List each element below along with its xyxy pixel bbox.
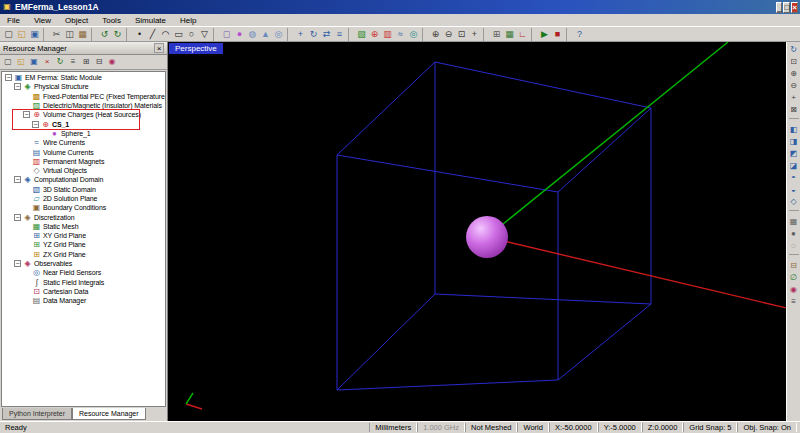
tree-item-data-manager[interactable]: ▤Data Manager bbox=[2, 296, 165, 305]
tree-expander-icon[interactable]: − bbox=[14, 260, 21, 267]
tree-item-near-field-sensors[interactable]: ◎Near Field Sensors bbox=[2, 268, 165, 277]
current-icon[interactable]: ≈ bbox=[394, 28, 407, 41]
tree-item-computational-domain[interactable]: −◈Computational Domain bbox=[2, 175, 165, 184]
magnet-icon[interactable]: ▥ bbox=[381, 28, 394, 41]
sphere-tool-icon[interactable]: ● bbox=[233, 28, 246, 41]
fit-view-icon[interactable]: ⊠ bbox=[788, 104, 800, 116]
close-button[interactable]: × bbox=[791, 2, 798, 13]
tree-item-3d-static-domain[interactable]: ▧3D Static Domain bbox=[2, 185, 165, 194]
delete-item-icon[interactable]: × bbox=[41, 56, 53, 68]
tree-item-discretization[interactable]: −◈Discretization bbox=[2, 212, 165, 221]
panel-close-icon[interactable]: × bbox=[154, 43, 164, 53]
box-tool-icon[interactable]: ◻ bbox=[220, 28, 233, 41]
zoom-in-icon[interactable]: ⊕ bbox=[429, 28, 442, 41]
mirror-tool-icon[interactable]: ⇄ bbox=[320, 28, 333, 41]
tree-item-physical-structure[interactable]: −◈Physical Structure bbox=[2, 82, 165, 91]
rectangle-tool-icon[interactable]: ▭ bbox=[172, 28, 185, 41]
cylinder-tool-icon[interactable]: ◍ bbox=[246, 28, 259, 41]
point-tool-icon[interactable]: • bbox=[133, 28, 146, 41]
tree-expander-icon[interactable]: − bbox=[23, 111, 30, 118]
tree-item-virtual-objects[interactable]: ◇Virtual Objects bbox=[2, 166, 165, 175]
properties-icon[interactable]: ≡ bbox=[67, 56, 79, 68]
tab-resource-manager[interactable]: Resource Manager bbox=[72, 408, 146, 420]
tree-item-dielectric-magnetic-insulator-materials[interactable]: ▨Dielectric/Magnetic (Insulator) Materia… bbox=[2, 101, 165, 110]
view-settings-icon[interactable]: ≡ bbox=[788, 296, 800, 308]
tree-item-volume-charges-heat-sources[interactable]: −⊕Volume Charges (Heat Sources) bbox=[2, 110, 165, 119]
save-project-icon[interactable]: ▣ bbox=[28, 56, 40, 68]
new-file-icon[interactable]: ▢ bbox=[2, 28, 15, 41]
tree-item-volume-currents[interactable]: ▤Volume Currents bbox=[2, 147, 165, 156]
cut-icon[interactable]: ✂ bbox=[50, 28, 63, 41]
tree-expander-icon[interactable]: − bbox=[14, 214, 21, 221]
iso-view-icon[interactable]: ◇ bbox=[788, 196, 800, 208]
pan-icon[interactable]: + bbox=[468, 28, 481, 41]
menu-item-simulate[interactable]: Simulate bbox=[128, 16, 173, 25]
maximize-button[interactable]: □ bbox=[783, 2, 790, 13]
menu-item-tools[interactable]: Tools bbox=[95, 16, 128, 25]
tab-python-interpreter[interactable]: Python Interpreter bbox=[2, 408, 72, 420]
minimize-button[interactable]: _ bbox=[776, 2, 782, 13]
zoom-in-view-icon[interactable]: ⊕ bbox=[788, 68, 800, 80]
open-icon[interactable]: ◱ bbox=[15, 28, 28, 41]
tree-expander-icon[interactable]: − bbox=[32, 121, 39, 128]
axes-icon[interactable]: ∟ bbox=[516, 28, 529, 41]
tree-item-zx-grid-plane[interactable]: ⊞ZX Grid Plane bbox=[2, 250, 165, 259]
zoom-out-view-icon[interactable]: ⊖ bbox=[788, 80, 800, 92]
tree-item-cartesian-data[interactable]: ⊡Cartesian Data bbox=[2, 287, 165, 296]
move-tool-icon[interactable]: + bbox=[294, 28, 307, 41]
torus-tool-icon[interactable]: ◎ bbox=[272, 28, 285, 41]
tree-item-static-mesh[interactable]: ▦Static Mesh bbox=[2, 222, 165, 231]
sphere-object-3d[interactable] bbox=[466, 216, 508, 258]
top-view-icon[interactable]: ◓ bbox=[788, 172, 800, 184]
rotate-tool-icon[interactable]: ↻ bbox=[307, 28, 320, 41]
pan-view-icon[interactable]: + bbox=[788, 92, 800, 104]
tree-item-wire-currents[interactable]: ≈Wire Currents bbox=[2, 138, 165, 147]
paste-icon[interactable]: ▦ bbox=[76, 28, 89, 41]
tree-item-sphere-1[interactable]: ●Sphere_1 bbox=[2, 129, 165, 138]
help-icon[interactable]: ? bbox=[573, 28, 586, 41]
arc-tool-icon[interactable]: ◠ bbox=[159, 28, 172, 41]
tree-expander-icon[interactable]: − bbox=[14, 176, 21, 183]
tree-item-yz-grid-plane[interactable]: ⊞YZ Grid Plane bbox=[2, 240, 165, 249]
tree-item-cs-1[interactable]: −⊕CS_1 bbox=[2, 119, 165, 128]
snapshot-icon[interactable]: ◉ bbox=[788, 284, 800, 296]
zoom-window-icon[interactable]: ⊡ bbox=[788, 56, 800, 68]
settings-icon[interactable]: ◉ bbox=[106, 56, 118, 68]
tree-expander-icon[interactable]: − bbox=[5, 74, 12, 81]
tree-item-fixed-potential-pec-fixed-temperature-ptc-objects[interactable]: ▩Fixed-Potential PEC (Fixed Temperature … bbox=[2, 92, 165, 101]
copy-icon[interactable]: ◫ bbox=[63, 28, 76, 41]
stop-simulation-icon[interactable]: ■ bbox=[551, 28, 564, 41]
open-project-icon[interactable]: ◱ bbox=[15, 56, 27, 68]
3d-viewport[interactable]: Perspective bbox=[168, 42, 786, 421]
run-simulation-icon[interactable]: ▶ bbox=[538, 28, 551, 41]
tree-item-permanent-magnets[interactable]: ▥Permanent Magnets bbox=[2, 157, 165, 166]
circle-tool-icon[interactable]: ○ bbox=[185, 28, 198, 41]
tree-item-static-field-integrals[interactable]: ∫Static Field Integrals bbox=[2, 278, 165, 287]
save-icon[interactable]: ▣ bbox=[28, 28, 41, 41]
menu-item-object[interactable]: Object bbox=[58, 16, 95, 25]
shaded-mode-icon[interactable]: ● bbox=[788, 228, 800, 240]
cone-tool-icon[interactable]: ▲ bbox=[259, 28, 272, 41]
menu-item-view[interactable]: View bbox=[27, 16, 58, 25]
tree-item-observables[interactable]: −◈Observables bbox=[2, 259, 165, 268]
front-view-icon[interactable]: ◧ bbox=[788, 124, 800, 136]
line-tool-icon[interactable]: ╱ bbox=[146, 28, 159, 41]
tree-item-em-ferma-static-module[interactable]: −▣EM Ferma: Static Module bbox=[2, 73, 165, 82]
zoom-out-icon[interactable]: ⊖ bbox=[442, 28, 455, 41]
polygon-tool-icon[interactable]: ▽ bbox=[198, 28, 211, 41]
align-tool-icon[interactable]: ≡ bbox=[333, 28, 346, 41]
mesh-icon[interactable]: ▦ bbox=[503, 28, 516, 41]
zoom-extents-icon[interactable]: ⊡ bbox=[455, 28, 468, 41]
hidden-line-mode-icon[interactable]: ◌ bbox=[788, 240, 800, 252]
wireframe-mode-icon[interactable]: ▦ bbox=[788, 216, 800, 228]
tree-item-boundary-conditions[interactable]: ▣Boundary Conditions bbox=[2, 203, 165, 212]
measure-icon[interactable]: ∅ bbox=[788, 272, 800, 284]
back-view-icon[interactable]: ◨ bbox=[788, 136, 800, 148]
right-view-icon[interactable]: ◪ bbox=[788, 160, 800, 172]
refresh-icon[interactable]: ↻ bbox=[54, 56, 66, 68]
rotate-view-icon[interactable]: ↻ bbox=[788, 44, 800, 56]
grid-icon[interactable]: ⊞ bbox=[490, 28, 503, 41]
tree-item-xy-grid-plane[interactable]: ⊞XY Grid Plane bbox=[2, 231, 165, 240]
new-project-icon[interactable]: ▢ bbox=[2, 56, 14, 68]
undo-icon[interactable]: ↺ bbox=[98, 28, 111, 41]
